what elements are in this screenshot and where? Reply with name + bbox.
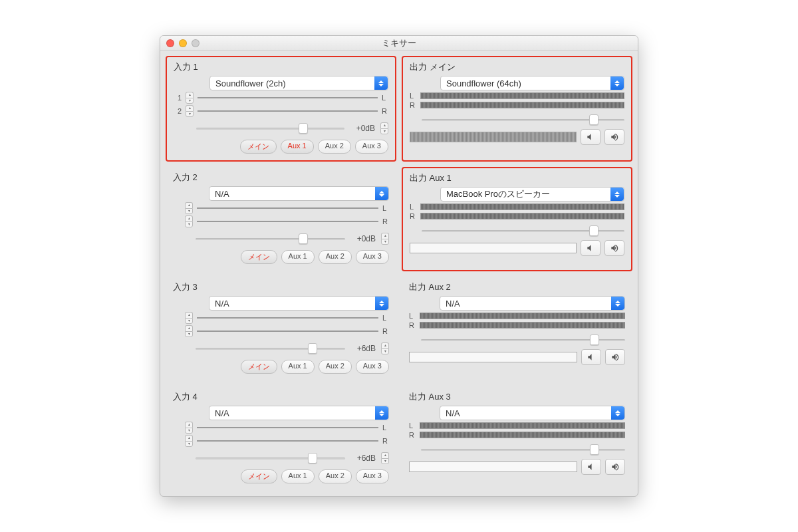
l-label: L xyxy=(382,424,389,432)
chevron-down-icon xyxy=(610,76,624,90)
route-0[interactable]: メイン xyxy=(241,250,277,264)
speaker-loud-icon xyxy=(610,352,620,362)
volume-slider[interactable] xyxy=(422,114,624,125)
device-select[interactable]: Soundflower (2ch) xyxy=(209,76,388,90)
gain-stepper[interactable]: ▴▾ xyxy=(381,233,389,245)
device-label: Soundflower (2ch) xyxy=(215,78,286,88)
gain-slider[interactable] xyxy=(196,233,345,244)
device-label: N/A xyxy=(215,408,229,418)
device-select[interactable]: N/A xyxy=(209,186,389,201)
solo-button[interactable] xyxy=(604,129,624,145)
solo-button[interactable] xyxy=(605,459,625,475)
device-select[interactable]: N/A xyxy=(209,296,389,311)
gain-value: +6dB xyxy=(350,454,376,463)
gain-slider[interactable] xyxy=(196,123,344,134)
panel-title: 出力 Aux 1 xyxy=(410,172,624,184)
ch1-stepper[interactable]: ▴▾ xyxy=(185,422,193,434)
ch2-stepper[interactable]: ▴▾ xyxy=(185,325,193,337)
output-panel-1: 出力 メイン Soundflower (64ch) L R xyxy=(402,56,632,162)
speaker-icon xyxy=(586,132,595,142)
route-row: メインAux 1Aux 2Aux 3 xyxy=(174,140,388,154)
gain-stepper[interactable]: ▴▾ xyxy=(380,122,388,134)
solo-button[interactable] xyxy=(605,349,625,365)
route-2[interactable]: Aux 2 xyxy=(319,250,352,264)
gain-slider[interactable] xyxy=(196,343,345,354)
mute-button[interactable] xyxy=(581,129,600,145)
mute-button[interactable] xyxy=(581,349,601,365)
device-select[interactable]: N/A xyxy=(440,406,625,420)
gain-stepper[interactable]: ▴▾ xyxy=(381,452,389,464)
input-panel-3: 入力 3 N/A ▴▾ L ▴▾ R xyxy=(166,277,396,381)
gain-value: +6dB xyxy=(350,344,376,353)
zoom-icon[interactable] xyxy=(192,39,200,47)
ch1-label: 1 xyxy=(174,94,182,102)
route-3[interactable]: Aux 3 xyxy=(356,360,389,374)
route-2[interactable]: Aux 2 xyxy=(319,360,352,374)
r-label: R xyxy=(382,327,389,335)
ch1-stepper[interactable]: ▴▾ xyxy=(185,202,193,214)
r-label: R xyxy=(410,101,416,109)
route-3[interactable]: Aux 3 xyxy=(356,250,389,264)
route-1[interactable]: Aux 1 xyxy=(281,140,314,154)
ch2-stepper[interactable]: ▴▾ xyxy=(186,105,194,117)
route-0[interactable]: メイン xyxy=(241,469,277,483)
route-1[interactable]: Aux 1 xyxy=(281,469,315,483)
meter-l xyxy=(420,203,624,210)
level-meter xyxy=(410,132,577,142)
l-label: L xyxy=(382,94,388,102)
route-2[interactable]: Aux 2 xyxy=(319,469,352,483)
route-1[interactable]: Aux 1 xyxy=(281,250,315,264)
level-meter xyxy=(409,462,577,472)
device-label: MacBook Proのスピーカー xyxy=(446,188,550,200)
l-label: L xyxy=(409,312,416,320)
route-2[interactable]: Aux 2 xyxy=(318,140,351,154)
device-select[interactable]: N/A xyxy=(440,296,625,311)
volume-slider[interactable] xyxy=(421,334,625,345)
close-icon[interactable] xyxy=(166,39,174,47)
route-0[interactable]: メイン xyxy=(241,360,277,374)
gain-value: +0dB xyxy=(350,124,375,133)
gain-stepper[interactable]: ▴▾ xyxy=(381,342,389,354)
l-label: L xyxy=(382,204,389,212)
device-label: N/A xyxy=(215,299,229,309)
meter-l xyxy=(198,97,378,98)
meter-r xyxy=(197,221,378,222)
chevron-down-icon xyxy=(374,76,388,90)
ch2-stepper[interactable]: ▴▾ xyxy=(185,215,193,227)
ch2-stepper[interactable]: ▴▾ xyxy=(185,435,193,447)
device-select[interactable]: N/A xyxy=(209,406,389,420)
panel-title: 出力 メイン xyxy=(410,61,624,73)
device-select[interactable]: MacBook Proのスピーカー xyxy=(440,187,624,201)
meter-l xyxy=(197,427,378,428)
meter-r xyxy=(420,322,625,329)
route-0[interactable]: メイン xyxy=(240,140,277,154)
mute-button[interactable] xyxy=(581,240,600,256)
window-title: ミキサー xyxy=(160,37,638,49)
ch1-stepper[interactable]: ▴▾ xyxy=(185,312,193,324)
r-label: R xyxy=(409,431,416,439)
speaker-icon xyxy=(587,352,596,362)
volume-slider[interactable] xyxy=(421,444,625,455)
panel-title: 出力 Aux 3 xyxy=(409,391,625,403)
panel-title: 入力 2 xyxy=(173,172,389,184)
level-meter xyxy=(410,243,577,253)
output-panel-3: 出力 Aux 2 N/A L R xyxy=(402,277,632,381)
gain-slider[interactable] xyxy=(196,453,345,464)
meter-l xyxy=(420,422,625,429)
route-3[interactable]: Aux 3 xyxy=(355,140,388,154)
route-3[interactable]: Aux 3 xyxy=(356,469,389,483)
minimize-icon[interactable] xyxy=(179,39,187,47)
output-panel-2: 出力 Aux 1 MacBook Proのスピーカー L R xyxy=(402,167,632,271)
chevron-down-icon xyxy=(375,406,388,420)
meter-l xyxy=(420,313,625,319)
chevron-down-icon xyxy=(611,297,624,310)
ch1-stepper[interactable]: ▴▾ xyxy=(186,92,194,104)
device-select[interactable]: Soundflower (64ch) xyxy=(440,76,624,90)
solo-button[interactable] xyxy=(604,240,624,256)
meter-l xyxy=(420,92,624,99)
route-1[interactable]: Aux 1 xyxy=(281,360,315,374)
mute-button[interactable] xyxy=(581,459,601,475)
meter-r xyxy=(197,331,378,332)
volume-slider[interactable] xyxy=(422,225,624,236)
level-meter xyxy=(409,352,577,362)
